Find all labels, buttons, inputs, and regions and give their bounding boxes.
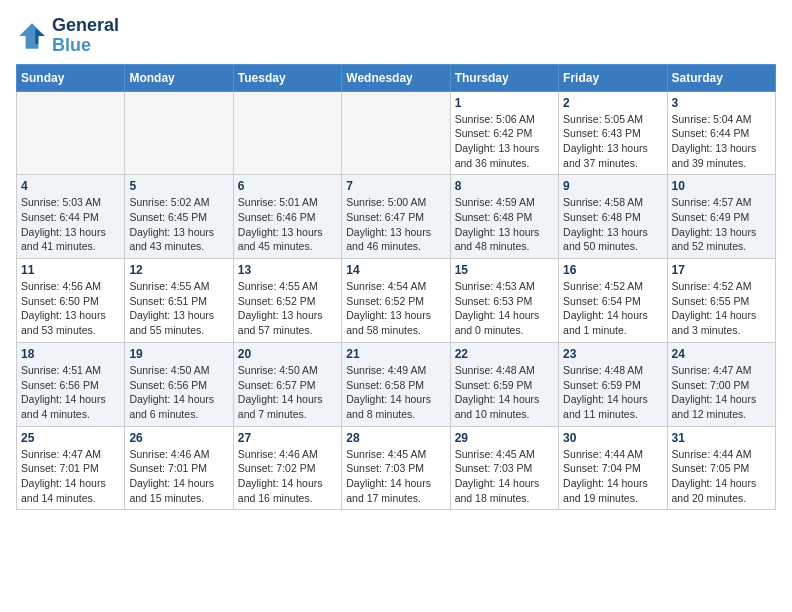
calendar-cell: 6Sunrise: 5:01 AM Sunset: 6:46 PM Daylig… [233,175,341,259]
day-number: 31 [672,431,771,445]
day-number: 1 [455,96,554,110]
calendar-cell: 25Sunrise: 4:47 AM Sunset: 7:01 PM Dayli… [17,426,125,510]
day-info: Sunrise: 5:03 AM Sunset: 6:44 PM Dayligh… [21,195,120,254]
day-number: 19 [129,347,228,361]
calendar-cell: 2Sunrise: 5:05 AM Sunset: 6:43 PM Daylig… [559,91,667,175]
weekday-header-saturday: Saturday [667,64,775,91]
day-info: Sunrise: 4:47 AM Sunset: 7:00 PM Dayligh… [672,363,771,422]
day-number: 13 [238,263,337,277]
weekday-header-sunday: Sunday [17,64,125,91]
day-info: Sunrise: 4:50 AM Sunset: 6:56 PM Dayligh… [129,363,228,422]
calendar-cell: 17Sunrise: 4:52 AM Sunset: 6:55 PM Dayli… [667,259,775,343]
calendar-cell: 29Sunrise: 4:45 AM Sunset: 7:03 PM Dayli… [450,426,558,510]
calendar-cell: 23Sunrise: 4:48 AM Sunset: 6:59 PM Dayli… [559,342,667,426]
weekday-header-monday: Monday [125,64,233,91]
day-number: 3 [672,96,771,110]
calendar-table: SundayMondayTuesdayWednesdayThursdayFrid… [16,64,776,511]
day-number: 23 [563,347,662,361]
day-info: Sunrise: 4:55 AM Sunset: 6:51 PM Dayligh… [129,279,228,338]
weekday-header-wednesday: Wednesday [342,64,450,91]
day-number: 20 [238,347,337,361]
weekday-header-row: SundayMondayTuesdayWednesdayThursdayFrid… [17,64,776,91]
day-number: 9 [563,179,662,193]
weekday-header-friday: Friday [559,64,667,91]
day-number: 24 [672,347,771,361]
weekday-header-tuesday: Tuesday [233,64,341,91]
day-number: 27 [238,431,337,445]
svg-marker-1 [35,28,45,44]
day-number: 14 [346,263,445,277]
calendar-cell [125,91,233,175]
day-info: Sunrise: 4:49 AM Sunset: 6:58 PM Dayligh… [346,363,445,422]
calendar-cell: 22Sunrise: 4:48 AM Sunset: 6:59 PM Dayli… [450,342,558,426]
logo-text: General Blue [52,16,119,56]
day-info: Sunrise: 4:48 AM Sunset: 6:59 PM Dayligh… [455,363,554,422]
calendar-cell: 26Sunrise: 4:46 AM Sunset: 7:01 PM Dayli… [125,426,233,510]
calendar-cell: 7Sunrise: 5:00 AM Sunset: 6:47 PM Daylig… [342,175,450,259]
day-info: Sunrise: 4:53 AM Sunset: 6:53 PM Dayligh… [455,279,554,338]
day-number: 15 [455,263,554,277]
calendar-cell: 13Sunrise: 4:55 AM Sunset: 6:52 PM Dayli… [233,259,341,343]
calendar-cell: 4Sunrise: 5:03 AM Sunset: 6:44 PM Daylig… [17,175,125,259]
day-info: Sunrise: 4:50 AM Sunset: 6:57 PM Dayligh… [238,363,337,422]
calendar-cell [342,91,450,175]
day-number: 6 [238,179,337,193]
calendar-cell: 27Sunrise: 4:46 AM Sunset: 7:02 PM Dayli… [233,426,341,510]
calendar-row-2: 11Sunrise: 4:56 AM Sunset: 6:50 PM Dayli… [17,259,776,343]
calendar-row-4: 25Sunrise: 4:47 AM Sunset: 7:01 PM Dayli… [17,426,776,510]
day-info: Sunrise: 4:46 AM Sunset: 7:02 PM Dayligh… [238,447,337,506]
calendar-cell: 30Sunrise: 4:44 AM Sunset: 7:04 PM Dayli… [559,426,667,510]
day-info: Sunrise: 5:01 AM Sunset: 6:46 PM Dayligh… [238,195,337,254]
day-number: 2 [563,96,662,110]
day-info: Sunrise: 4:52 AM Sunset: 6:55 PM Dayligh… [672,279,771,338]
day-number: 16 [563,263,662,277]
day-info: Sunrise: 4:44 AM Sunset: 7:05 PM Dayligh… [672,447,771,506]
day-number: 12 [129,263,228,277]
logo-icon [16,20,48,52]
day-info: Sunrise: 5:06 AM Sunset: 6:42 PM Dayligh… [455,112,554,171]
calendar-cell: 21Sunrise: 4:49 AM Sunset: 6:58 PM Dayli… [342,342,450,426]
calendar-cell: 24Sunrise: 4:47 AM Sunset: 7:00 PM Dayli… [667,342,775,426]
day-number: 7 [346,179,445,193]
calendar-cell: 12Sunrise: 4:55 AM Sunset: 6:51 PM Dayli… [125,259,233,343]
day-info: Sunrise: 4:47 AM Sunset: 7:01 PM Dayligh… [21,447,120,506]
day-info: Sunrise: 5:05 AM Sunset: 6:43 PM Dayligh… [563,112,662,171]
day-info: Sunrise: 4:48 AM Sunset: 6:59 PM Dayligh… [563,363,662,422]
day-number: 22 [455,347,554,361]
day-info: Sunrise: 5:04 AM Sunset: 6:44 PM Dayligh… [672,112,771,171]
day-info: Sunrise: 4:57 AM Sunset: 6:49 PM Dayligh… [672,195,771,254]
calendar-cell: 5Sunrise: 5:02 AM Sunset: 6:45 PM Daylig… [125,175,233,259]
calendar-cell: 16Sunrise: 4:52 AM Sunset: 6:54 PM Dayli… [559,259,667,343]
calendar-row-0: 1Sunrise: 5:06 AM Sunset: 6:42 PM Daylig… [17,91,776,175]
day-number: 26 [129,431,228,445]
day-info: Sunrise: 4:54 AM Sunset: 6:52 PM Dayligh… [346,279,445,338]
day-number: 18 [21,347,120,361]
calendar-cell: 28Sunrise: 4:45 AM Sunset: 7:03 PM Dayli… [342,426,450,510]
calendar-row-1: 4Sunrise: 5:03 AM Sunset: 6:44 PM Daylig… [17,175,776,259]
page-header: General Blue [16,16,776,56]
day-info: Sunrise: 5:00 AM Sunset: 6:47 PM Dayligh… [346,195,445,254]
day-info: Sunrise: 4:51 AM Sunset: 6:56 PM Dayligh… [21,363,120,422]
day-info: Sunrise: 4:56 AM Sunset: 6:50 PM Dayligh… [21,279,120,338]
day-number: 21 [346,347,445,361]
calendar-cell: 19Sunrise: 4:50 AM Sunset: 6:56 PM Dayli… [125,342,233,426]
day-number: 30 [563,431,662,445]
calendar-cell: 14Sunrise: 4:54 AM Sunset: 6:52 PM Dayli… [342,259,450,343]
calendar-cell [17,91,125,175]
day-number: 8 [455,179,554,193]
day-number: 5 [129,179,228,193]
calendar-cell: 1Sunrise: 5:06 AM Sunset: 6:42 PM Daylig… [450,91,558,175]
day-info: Sunrise: 4:52 AM Sunset: 6:54 PM Dayligh… [563,279,662,338]
day-info: Sunrise: 4:58 AM Sunset: 6:48 PM Dayligh… [563,195,662,254]
day-number: 29 [455,431,554,445]
weekday-header-thursday: Thursday [450,64,558,91]
calendar-cell: 8Sunrise: 4:59 AM Sunset: 6:48 PM Daylig… [450,175,558,259]
day-info: Sunrise: 4:46 AM Sunset: 7:01 PM Dayligh… [129,447,228,506]
calendar-cell: 11Sunrise: 4:56 AM Sunset: 6:50 PM Dayli… [17,259,125,343]
calendar-cell: 20Sunrise: 4:50 AM Sunset: 6:57 PM Dayli… [233,342,341,426]
calendar-cell: 10Sunrise: 4:57 AM Sunset: 6:49 PM Dayli… [667,175,775,259]
day-number: 17 [672,263,771,277]
day-info: Sunrise: 4:45 AM Sunset: 7:03 PM Dayligh… [455,447,554,506]
day-number: 10 [672,179,771,193]
day-number: 11 [21,263,120,277]
